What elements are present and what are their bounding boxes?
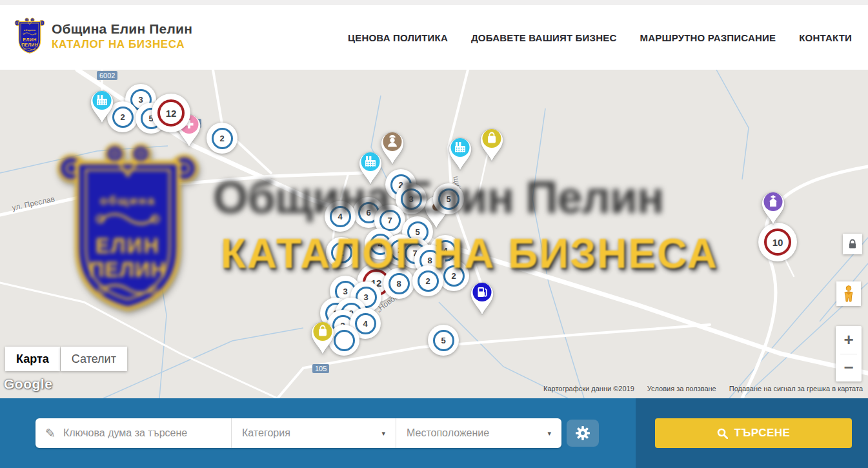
search-input-group: ✎ Категория ▾ Местоположение ▾	[35, 418, 561, 448]
shopping-bag-pin-marker[interactable]	[308, 318, 337, 356]
nav-item-4[interactable]: КОНТАКТИ	[799, 32, 852, 43]
nav-item-2[interactable]: ДОБАВЕТЕ ВАШИЯТ БИЗНЕС	[471, 32, 616, 43]
cluster-count: 5	[433, 330, 454, 351]
worker-pin-marker[interactable]	[378, 128, 407, 166]
svg-text:община: община	[24, 28, 36, 32]
pencil-icon: ✎	[45, 426, 56, 441]
search-button[interactable]: ТЪРСЕНЕ	[655, 418, 852, 448]
search-bar: ✎ Категория ▾ Местоположение ▾	[0, 398, 868, 468]
advanced-search-settings-button[interactable]	[567, 420, 599, 447]
attribution-link-2[interactable]: Подаване на сигнал за грешка в картата	[729, 385, 863, 392]
cluster-marker[interactable]: 2	[207, 123, 237, 154]
pegman-icon	[842, 285, 855, 302]
nav-item-3[interactable]: МАРШРУТНО РАЗПИСАНИЕ	[640, 32, 776, 43]
zoom-in-button[interactable]: +	[836, 326, 862, 354]
svg-text:ПЕЛИН: ПЕЛИН	[89, 258, 167, 281]
road-badge: 105	[312, 364, 329, 373]
location-dropdown-value: Местоположение	[396, 427, 561, 439]
search-button-label: ТЪРСЕНЕ	[734, 427, 791, 440]
map-type-map-button[interactable]: Карта	[5, 347, 60, 371]
factory-pin-marker[interactable]	[446, 134, 474, 172]
gear-icon	[575, 425, 590, 441]
map-type-satellite-button[interactable]: Сателит	[61, 347, 127, 371]
category-dropdown[interactable]: Категория ▾	[231, 418, 396, 448]
cluster-count: 4	[355, 313, 376, 334]
category-dropdown-value: Категория	[232, 427, 396, 439]
keyword-segment: ✎	[35, 418, 231, 448]
site-header: община ЕЛИН ПЕЛИН Община Елин Пелин КАТА…	[0, 0, 868, 70]
attribution-copyright: Картографски данни ©2019	[543, 385, 634, 392]
brand-title: Община Елин Пелин	[52, 21, 192, 37]
svg-text:община: община	[100, 194, 156, 207]
cluster-count: 2	[212, 128, 233, 149]
watermark-title: Община Елин Пелин	[213, 172, 781, 223]
attribution-link-1[interactable]: Условия за ползване	[647, 385, 716, 392]
main-nav: ЦЕНОВА ПОЛИТИКАДОБАВЕТЕ ВАШИЯТ БИЗНЕСМАР…	[348, 5, 852, 70]
svg-text:ЕЛИН: ЕЛИН	[23, 37, 36, 42]
watermark-subtitle: КАТАЛОГ НА БИЗНЕСА	[221, 230, 776, 278]
page: ул. Преславбул. „Новоселщи“ 6002105 3251…	[0, 0, 868, 468]
zoom-control: + −	[836, 326, 862, 382]
cluster-count: 12	[157, 99, 185, 127]
brand[interactable]: община ЕЛИН ПЕЛИН Община Елин Пелин КАТА…	[14, 17, 192, 56]
fuel-pin-marker[interactable]	[468, 279, 496, 316]
cluster-marker[interactable]: 5	[428, 325, 459, 356]
map-type-switcher: Карта Сателит	[5, 347, 127, 371]
google-logo[interactable]: Google	[4, 376, 52, 392]
factory-pin-marker[interactable]	[88, 87, 116, 125]
street-view-pegman[interactable]	[836, 281, 861, 306]
lock-icon	[848, 239, 857, 249]
cluster-marker[interactable]: 12	[152, 94, 190, 132]
brand-subtitle: КАТАЛОГ НА БИЗНЕСА	[52, 38, 192, 51]
location-dropdown[interactable]: Местоположение ▾	[396, 418, 561, 448]
municipality-crest-logo: община ЕЛИН ПЕЛИН	[14, 17, 45, 56]
map-attribution: Картографски данни ©2019Условия за ползв…	[543, 385, 863, 392]
watermark-crest-logo: община ЕЛИН ПЕЛИН	[54, 139, 201, 320]
map-lock-control[interactable]	[843, 234, 862, 254]
zoom-out-button[interactable]: −	[836, 354, 862, 382]
google-map[interactable]: ул. Преславбул. „Новоселщи“ 6002105 3251…	[0, 70, 868, 398]
keyword-search-input[interactable]	[63, 427, 231, 439]
chevron-down-icon: ▾	[547, 429, 551, 438]
search-icon	[717, 428, 728, 439]
chevron-down-icon: ▾	[381, 429, 385, 438]
shopping-bag-pin-marker[interactable]	[478, 125, 506, 163]
road-badge: 6002	[97, 71, 117, 80]
brand-text: Община Елин Пелин КАТАЛОГ НА БИЗНЕСА	[52, 21, 192, 51]
svg-text:ЕЛИН: ЕЛИН	[96, 234, 160, 258]
nav-item-1[interactable]: ЦЕНОВА ПОЛИТИКА	[348, 32, 448, 43]
svg-text:ПЕЛИН: ПЕЛИН	[21, 43, 38, 47]
